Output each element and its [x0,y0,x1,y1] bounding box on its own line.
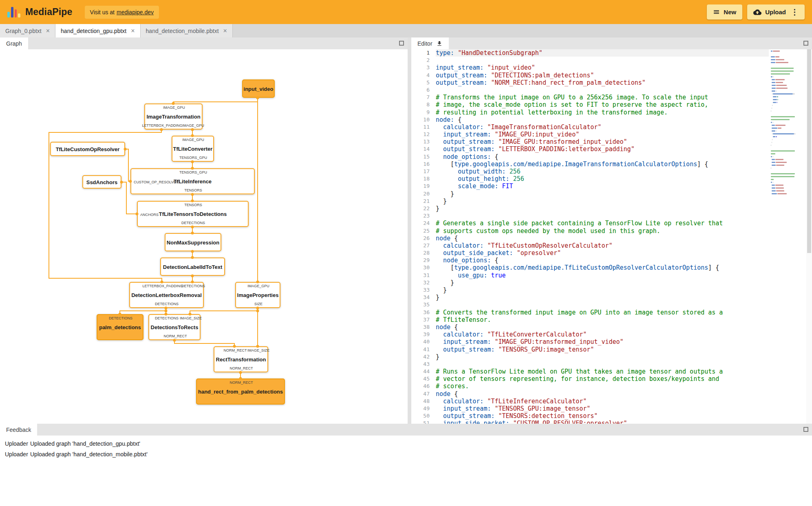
close-icon[interactable]: × [223,28,227,34]
header-actions: New Upload ⋮ [707,4,805,20]
node-title: ImageProperties [237,292,279,298]
code-editor[interactable]: 1234567891011121314151617181920212223242… [411,49,812,424]
tab-graph[interactable]: Graph [0,37,28,49]
graph-node-palm-detections[interactable]: palm_detectionsDETECTIONS [97,314,143,340]
code-line [436,361,769,368]
graph-node-tflite-custom-op-resolver[interactable]: TfLiteCustomOpResolver [50,142,125,156]
minimap-line [771,68,804,70]
code-line: node: { [436,116,769,123]
port-label: TENSORS_GPU [179,156,207,160]
code-line: } [436,279,769,286]
graph-node-image-transformation[interactable]: ImageTransformationIMAGE_GPULETTERBOX_PA… [144,103,203,130]
graph-node-tflite-converter[interactable]: TfLiteConverterIMAGE_GPUTENSORS_GPU [172,136,214,162]
line-number: 9 [411,109,436,116]
graph-node-detection-letterbox-removal[interactable]: DetectionLetterboxRemovalLETTERBOX_PADDI… [129,282,204,308]
line-number: 45 [411,375,436,383]
file-tab-bar: Graph_0.pbtxt×hand_detection_gpu.pbtxt×h… [0,24,812,37]
tab-editor[interactable]: Editor [411,37,449,49]
cloud-upload-icon [753,8,761,16]
editor-panel-strip: Editor [411,37,812,49]
line-number: 37 [411,316,436,323]
code-line: output_stream: "IMAGE_GPU:transformed_in… [436,138,769,145]
expand-icon[interactable] [803,41,808,46]
feedback-log: UploaderUploaded graph 'hand_detection_g… [0,436,812,506]
line-number: 11 [411,123,436,131]
feedback-panel-strip: Feedback [0,424,812,436]
line-number: 28 [411,249,436,257]
tab-feedback[interactable]: Feedback [0,424,37,436]
node-title: DetectionsToRects [151,324,199,330]
editor-panel: Editor 123456789101112131415161718192021… [411,37,812,424]
graph-tab-label: Graph [6,40,22,47]
port-label: DETECTIONS [155,316,179,320]
line-number: 39 [411,331,436,338]
close-icon[interactable]: × [46,28,50,34]
code-line: # Generates a single side packet contain… [436,220,769,227]
line-number: 17 [411,168,436,175]
code-line: node { [436,323,769,331]
code-line: # Runs a TensorFlow Lite model on GPU th… [436,368,769,375]
visit-link[interactable]: mediapipe.dev [117,9,154,15]
graph-node-ssd-anchors[interactable]: SsdAnchors [82,175,121,189]
code-line: node_options: { [436,257,769,264]
line-number: 24 [411,220,436,227]
close-icon[interactable]: × [131,28,135,34]
node-title: NonMaxSuppression [167,239,219,245]
file-tab-hand_detection_gpu.pbtxt[interactable]: hand_detection_gpu.pbtxt× [55,24,140,37]
new-button[interactable]: New [707,4,742,20]
graph-node-tflite-tensors-to-detections[interactable]: TfLiteTensorsToDetectionsTENSORSDETECTIO… [137,201,249,227]
minimap-line [771,82,804,85]
minimap-line [771,130,804,133]
code-line: input_stream: "input_video" [436,64,769,71]
node-title: RectTransformation [216,356,266,363]
kebab-icon[interactable]: ⋮ [791,7,799,17]
download-icon[interactable] [436,40,443,47]
node-title: ImageTransformation [146,114,200,120]
minimap-line [771,70,804,73]
line-number: 13 [411,138,436,145]
graph-node-non-max-suppression[interactable]: NonMaxSuppression [165,233,221,251]
minimap-line [771,159,804,162]
line-number: 48 [411,398,436,405]
minimap-line [771,142,804,145]
node-title: palm_detections [99,324,141,330]
file-tab-Graph_0.pbtxt[interactable]: Graph_0.pbtxt× [0,24,55,37]
editor-scrollbar[interactable] [806,49,812,424]
app-header: MediaPipe Visit us at mediapipe.dev New … [0,0,812,24]
line-number: 34 [411,294,436,301]
graph-node-detection-label-id-to-text[interactable]: DetectionLabelIdToText [160,257,225,276]
minimap-line [771,108,804,110]
expand-icon[interactable] [803,427,808,432]
file-tab-hand_detection_mobile.pbtxt[interactable]: hand_detection_mobile.pbtxt× [141,24,233,37]
port-label: IMAGE_GPU [182,123,204,128]
graph-node-detections-to-rects[interactable]: DetectionsToRectsDETECTIONSIMAGE_SIZENOR… [148,314,201,340]
port-label: TENSORS [184,188,202,192]
graph-node-input-video[interactable]: input_video [242,79,275,98]
minimap-line [771,53,804,56]
code-line: # image, the scale_mode option is set to… [436,101,769,108]
minimap-line [771,167,804,170]
scrollbar-thumb[interactable] [807,49,811,253]
minimap-line [771,176,804,179]
expand-icon[interactable] [399,41,404,46]
line-number: 36 [411,309,436,316]
minimap-line [771,85,804,88]
graph-node-rect-transformation[interactable]: RectTransformationNORM_RECTIMAGE_SIZENOR… [214,346,268,372]
line-number: 33 [411,286,436,294]
graph-canvas[interactable]: input_videoImageTransformationIMAGE_GPUL… [0,49,408,424]
graph-node-hand-rect-from-palm-detections[interactable]: hand_rect_from_palm_detectionsNORM_RECT [196,378,285,405]
graph-node-tflite-inference[interactable]: TfLiteInferenceTENSORS_GPUTENSORSCUSTOM_… [130,168,255,194]
editor-minimap[interactable] [769,49,806,424]
minimap-line [771,102,804,105]
line-number: 38 [411,323,436,331]
visit-badge[interactable]: Visit us at mediapipe.dev [85,6,159,19]
line-number: 47 [411,390,436,398]
line-number: 19 [411,183,436,190]
minimap-line [771,150,804,153]
code-line: node_options: { [436,153,769,161]
editor-code[interactable]: type: "HandDetectionSubgraph"input_strea… [436,49,769,424]
graph-node-image-properties[interactable]: ImagePropertiesIMAGE_GPUSIZE [235,282,280,308]
line-number: 42 [411,353,436,361]
upload-button[interactable]: Upload ⋮ [747,4,805,20]
code-line: input_stream: "IMAGE_GPU:input_video" [436,131,769,138]
